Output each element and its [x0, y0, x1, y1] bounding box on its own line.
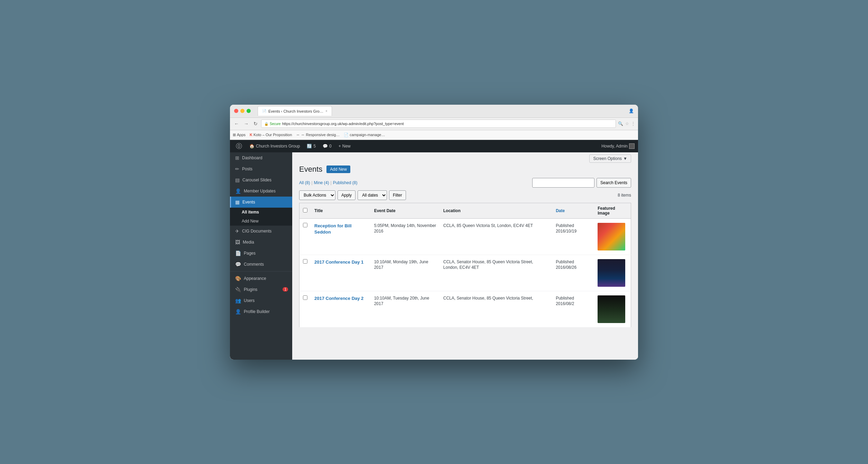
sidebar-label-posts: Posts — [242, 167, 252, 171]
screen-options-button[interactable]: Screen Options ▼ — [589, 154, 631, 163]
row3-pub-date: Published 2016/08/2 — [556, 296, 574, 306]
sidebar-item-profile-builder[interactable]: 👤 Profile Builder — [230, 306, 292, 317]
row1-title-cell: Reception for Bill Seddon — [311, 218, 371, 255]
close-button[interactable] — [234, 109, 238, 113]
page-title: Events — [299, 165, 322, 174]
row3-checkbox[interactable] — [303, 295, 307, 300]
select-all-checkbox[interactable] — [303, 208, 307, 212]
table-header-row: Title Event Date Location Date — [299, 203, 631, 218]
forward-button[interactable]: → — [242, 120, 250, 127]
more-icon[interactable]: ⋮ — [631, 121, 635, 126]
sidebar-item-pages[interactable]: 📄 Pages — [230, 248, 292, 259]
row2-featured-image[interactable] — [598, 259, 625, 287]
pages-icon: 📄 — [235, 250, 241, 256]
sidebar-item-events[interactable]: ▦ Events — [230, 197, 292, 208]
koto-label: Koto – Our Proposition — [253, 133, 292, 137]
sidebar-item-member-updates[interactable]: 👤 Member Updates — [230, 186, 292, 197]
row2-checkbox[interactable] — [303, 259, 307, 264]
apply-button[interactable]: Apply — [338, 190, 355, 200]
filter-all-count: 8 — [306, 180, 309, 185]
filter-sep-1: | — [311, 180, 312, 185]
sidebar-item-appearance[interactable]: 🎨 Appearance — [230, 273, 292, 284]
row2-location-cell: CCLA, Senator House, 85 Queen Victoria S… — [440, 255, 552, 291]
apps-icon: ⊞ — [233, 133, 236, 137]
sidebar-label-carousel: Carousel Slides — [242, 178, 271, 182]
row1-title-link[interactable]: Reception for Bill Seddon — [314, 223, 352, 235]
th-date[interactable]: Date — [552, 203, 594, 218]
dates-select[interactable]: All dates — [358, 190, 387, 200]
sidebar-item-users[interactable]: 👥 Users — [230, 295, 292, 306]
back-button[interactable]: ← — [233, 120, 240, 127]
date-sort-link[interactable]: Date — [556, 208, 565, 213]
plugins-icon: 🔌 — [235, 287, 241, 292]
search-icon[interactable]: 🔍 — [618, 121, 623, 126]
sidebar-item-dashboard[interactable]: ⊞ Dashboard — [230, 152, 292, 163]
events-icon: ▦ — [235, 199, 240, 205]
row2-title-link[interactable]: 2017 Conference Day 1 — [314, 259, 363, 265]
sidebar-label-dashboard: Dashboard — [242, 155, 262, 160]
wp-logo[interactable]: ⓪ — [233, 141, 244, 152]
admin-bar-new[interactable]: + New — [335, 140, 354, 152]
search-events-input[interactable] — [532, 178, 594, 188]
sidebar-item-carousel[interactable]: ▤ Carousel Slides — [230, 174, 292, 186]
sidebar-sub-all-items[interactable]: All items — [230, 208, 292, 217]
sidebar-item-media[interactable]: 🖼 Media — [230, 237, 292, 248]
row3-featured-image[interactable] — [598, 295, 625, 323]
row3-title-link[interactable]: 2017 Conference Day 2 — [314, 296, 363, 301]
sidebar-item-cig-docs[interactable]: ✈ CIG Documents — [230, 226, 292, 237]
admin-bar-comments[interactable]: 💬 0 — [319, 140, 335, 152]
title-bar: 📄 Events ‹ Church Investors Gro… × 👤 — [230, 105, 638, 118]
refresh-button[interactable]: ↻ — [252, 120, 259, 127]
tab-close-icon[interactable]: × — [325, 109, 327, 113]
row1-pub-date: Published 2016/10/19 — [556, 223, 576, 234]
row1-checkbox[interactable] — [303, 223, 307, 227]
koto-favicon: K — [250, 133, 252, 137]
toolbar-icons: 👤 — [629, 108, 634, 113]
sidebar-item-plugins[interactable]: 🔌 Plugins 1 — [230, 284, 292, 295]
sidebar-item-posts[interactable]: ✏ Posts — [230, 163, 292, 174]
th-featured-image: Featured Image — [594, 203, 631, 218]
filter-mine[interactable]: Mine (4) — [314, 180, 329, 185]
filter-button[interactable]: Filter — [389, 190, 406, 200]
admin-bar-updates[interactable]: 🔄 5 — [303, 140, 319, 152]
bulk-actions-select[interactable]: Bulk Actions — [299, 190, 335, 200]
filter-all[interactable]: All (8) — [299, 180, 310, 185]
sidebar-label-media: Media — [243, 240, 254, 245]
tab-favicon-icon: 📄 — [262, 109, 266, 113]
address-bar[interactable]: 🔒 Secure https://churchinvestorsgroup.or… — [261, 120, 616, 128]
sidebar-sub-add-new[interactable]: Add New — [230, 217, 292, 226]
active-tab[interactable]: 📄 Events ‹ Church Investors Gro… × — [258, 106, 332, 116]
th-checkbox — [299, 203, 311, 218]
th-title: Title — [311, 203, 371, 218]
sidebar-label-appearance: Appearance — [244, 276, 266, 281]
address-bar-row: ← → ↻ 🔒 Secure https://churchinvestorsgr… — [230, 118, 638, 130]
add-new-button[interactable]: Add New — [326, 165, 350, 173]
bookmark-campaign[interactable]: 📄 campaign-manage… — [344, 133, 385, 137]
row3-event-date: 10:10AM, Tuesday 20th, June 2017 — [374, 296, 429, 306]
title-col-label: Title — [314, 208, 323, 213]
row1-featured-image[interactable] — [598, 223, 625, 250]
admin-bar-site[interactable]: 🏠 Church Investors Group — [246, 140, 303, 152]
apps-bookmark[interactable]: ⊞ Apps — [233, 133, 246, 137]
sidebar-label-users: Users — [244, 298, 255, 303]
admin-bar-right: Howdy, Admin — [601, 143, 635, 149]
maximize-button[interactable] — [247, 109, 251, 113]
search-events-button[interactable]: Search Events — [597, 178, 631, 188]
bookmark-koto[interactable]: K Koto – Our Proposition — [250, 133, 292, 137]
wp-admin-bar: ⓪ 🏠 Church Investors Group 🔄 5 💬 0 + New — [230, 140, 638, 152]
person-icon: 👤 — [629, 108, 634, 113]
sidebar-item-comments[interactable]: 💬 Comments — [230, 259, 292, 270]
comments-count: 0 — [329, 144, 332, 149]
home-icon: 🏠 — [249, 144, 255, 149]
wp-content: ⓪ 🏠 Church Investors Group 🔄 5 💬 0 + New — [230, 140, 638, 360]
campaign-label: campaign-manage… — [350, 133, 385, 137]
content-area: Screen Options ▼ Events Add New All (8) — [292, 152, 638, 360]
search-area: Search Events — [532, 178, 631, 188]
filter-published[interactable]: Published (8) — [333, 180, 358, 185]
row2-pub-date: Published 2016/08/26 — [556, 259, 576, 270]
star-icon[interactable]: ☆ — [625, 121, 629, 126]
row2-event-date: 10:10AM, Monday 19th, June 2017 — [374, 259, 428, 270]
row3-title-cell: 2017 Conference Day 2 — [311, 291, 371, 327]
bookmark-responsive[interactable]: ↔ ↔ Responsive desig… — [296, 133, 340, 137]
minimize-button[interactable] — [240, 109, 244, 113]
